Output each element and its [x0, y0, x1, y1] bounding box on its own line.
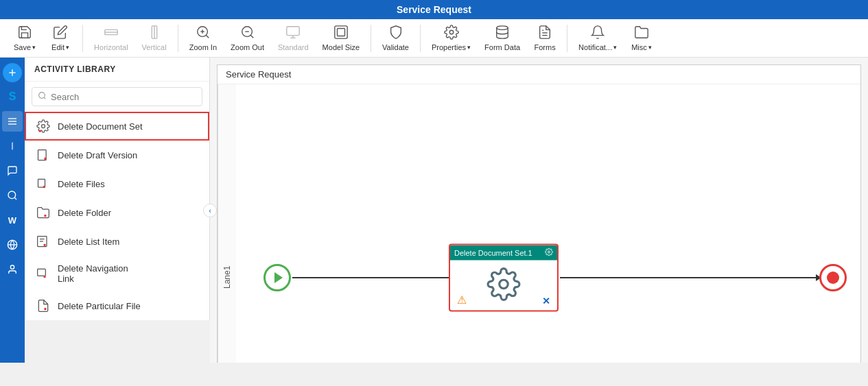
svg-point-54: [548, 251, 550, 253]
search-icon: [38, 91, 47, 102]
vertical-button: Vertical: [137, 22, 172, 54]
close-x-icon[interactable]: ✕: [542, 295, 550, 306]
start-event-play-icon: [274, 272, 283, 283]
workflow-label: Service Request: [218, 65, 860, 84]
validate-icon: [388, 25, 403, 42]
sidebar-edit-icon[interactable]: [2, 136, 23, 156]
notifications-button[interactable]: Notificat... ▾: [573, 22, 622, 54]
svg-point-17: [497, 26, 508, 30]
edit-icon: [53, 25, 68, 42]
lane-content: Delete Document Set.1 ⚠ ✕: [236, 175, 860, 363]
validate-button[interactable]: Validate: [377, 22, 414, 54]
svg-rect-15: [337, 29, 344, 36]
arrow-node-to-end: [560, 277, 821, 278]
search-input[interactable]: [51, 92, 196, 102]
delete-files-icon: [36, 177, 51, 191]
form-data-label: Form Data: [484, 43, 520, 51]
svg-rect-23: [8, 121, 16, 121]
toolbar-separator-4: [420, 25, 421, 52]
svg-point-30: [10, 265, 14, 269]
standard-icon: [285, 25, 301, 42]
zoom-out-icon: [240, 25, 255, 42]
misc-button[interactable]: Misc ▾: [625, 22, 658, 54]
activity-node-settings-icon[interactable]: [545, 248, 553, 257]
toolbar-separator-2: [178, 25, 178, 52]
model-size-button[interactable]: Model Size: [317, 22, 365, 54]
properties-icon: [444, 25, 459, 42]
delete-list-item-icon: [36, 234, 51, 248]
forms-label: Forms: [534, 43, 555, 51]
form-data-button[interactable]: Form Data: [479, 22, 526, 54]
zoom-in-icon: [196, 25, 211, 42]
start-event[interactable]: [263, 264, 291, 291]
model-size-icon: [333, 25, 349, 42]
zoom-in-label: Zoom In: [189, 43, 217, 51]
sidebar-add-icon[interactable]: [3, 63, 22, 82]
properties-button[interactable]: Properties ▾: [426, 22, 476, 54]
activity-node-body: ⚠ ✕: [450, 260, 557, 310]
delete-navigation-link-icon: [36, 267, 51, 280]
svg-point-26: [8, 191, 16, 199]
save-button[interactable]: Save ▾: [8, 22, 41, 54]
activity-node-delete-document-set[interactable]: Delete Document Set.1 ⚠ ✕: [449, 243, 559, 311]
svg-rect-24: [8, 123, 16, 124]
collapse-panel-button[interactable]: ‹: [203, 204, 217, 217]
canvas-workflow: Service Request Lane1 Delete Document S: [217, 64, 861, 363]
list-item-delete-draft-version[interactable]: Delete Draft Version: [25, 141, 209, 169]
svg-line-5: [206, 35, 209, 38]
model-size-label: Model Size: [322, 43, 360, 51]
page-title: Service Request: [397, 4, 471, 15]
save-label: Save: [14, 43, 31, 51]
end-event[interactable]: [819, 264, 847, 291]
validate-label: Validate: [382, 43, 409, 51]
list-item-delete-files-label: Delete Files: [58, 179, 105, 189]
activity-library-panel: ACTIVITY LIBRARY De: [25, 58, 210, 363]
vertical-icon: [147, 25, 162, 42]
sidebar-wordpress-icon[interactable]: W: [2, 210, 23, 230]
sidebar-globe-icon[interactable]: [2, 234, 23, 255]
list-item-delete-navigation-link[interactable]: Delete NavigationLink: [25, 256, 209, 291]
activity-node-title: Delete Document Set.1: [454, 248, 532, 256]
lane-label: Lane1: [218, 84, 236, 363]
canvas-area[interactable]: Service Request Lane1 Delete Document S: [210, 58, 868, 363]
horizontal-button: Horizontal: [89, 22, 134, 54]
list-item-delete-draft-version-label: Delete Draft Version: [58, 150, 137, 160]
toolbar-separator-1: [82, 25, 83, 52]
list-item-delete-files[interactable]: Delete Files: [25, 169, 209, 198]
edit-button[interactable]: Edit ▾: [44, 22, 77, 54]
list-item-delete-list-item-label: Delete List Item: [58, 237, 119, 247]
sidebar-comment-icon[interactable]: [2, 160, 23, 181]
toolbar-separator-5: [567, 25, 567, 52]
svg-point-31: [39, 93, 45, 99]
delete-document-set-icon: [36, 119, 51, 133]
sidebar-icon-strip: S W: [0, 58, 25, 363]
list-item-delete-list-item[interactable]: Delete List Item: [25, 227, 209, 256]
svg-line-32: [44, 97, 45, 99]
svg-rect-22: [8, 118, 16, 119]
zoom-in-button[interactable]: Zoom In: [184, 22, 222, 54]
warning-icon: ⚠: [457, 293, 467, 306]
sidebar-user-icon[interactable]: [2, 259, 23, 280]
standard-button: Standard: [272, 22, 314, 54]
notifications-icon: [590, 25, 605, 42]
list-item-delete-document-set[interactable]: Delete Document Set: [25, 112, 209, 141]
end-event-stop-icon: [827, 272, 839, 284]
forms-icon: [537, 25, 552, 42]
search-box[interactable]: [32, 87, 202, 106]
list-item-delete-folder[interactable]: Delete Folder: [25, 198, 209, 227]
sidebar-zoom-icon[interactable]: [2, 185, 23, 206]
forms-button[interactable]: Forms: [528, 22, 561, 54]
activity-node-header: Delete Document Set.1: [450, 245, 557, 260]
zoom-out-button[interactable]: Zoom Out: [225, 22, 270, 54]
main-layout: S W ACTIVITY LIBRARY: [0, 58, 868, 363]
list-item-delete-particular-file[interactable]: Delete Particular File: [25, 291, 209, 320]
notifications-label: Notificat...: [578, 43, 612, 51]
misc-icon: [634, 25, 649, 42]
sidebar-list-icon[interactable]: [2, 111, 23, 132]
sidebar-salesforce-icon[interactable]: S: [2, 86, 23, 107]
activity-node-box: Delete Document Set.1 ⚠ ✕: [449, 243, 559, 311]
list-item-delete-particular-file-label: Delete Particular File: [58, 301, 141, 311]
misc-label: Misc: [631, 43, 647, 51]
activity-library-title: ACTIVITY LIBRARY: [25, 58, 209, 82]
activity-list: Delete Document Set Delete Draft Version: [25, 112, 209, 320]
